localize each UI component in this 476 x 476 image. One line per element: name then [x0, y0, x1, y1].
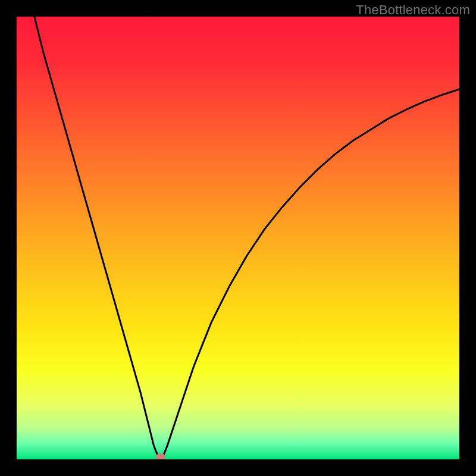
attribution-text: TheBottleneck.com: [356, 2, 470, 18]
plot-area: [17, 17, 459, 459]
curve-layer: [17, 17, 459, 459]
bottleneck-curve: [35, 17, 459, 457]
chart-frame: TheBottleneck.com: [0, 0, 476, 476]
optimal-point-marker: [156, 454, 165, 459]
